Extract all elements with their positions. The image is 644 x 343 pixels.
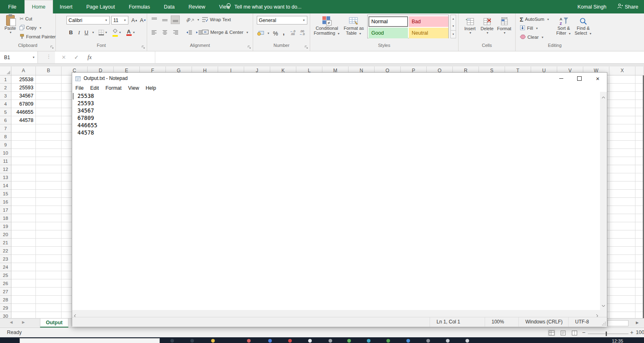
row-header-21[interactable]: 21 bbox=[0, 239, 11, 247]
ribbon-tab-data[interactable]: Data bbox=[157, 0, 181, 13]
column-header-B[interactable]: B bbox=[36, 66, 62, 75]
insert-function-button[interactable]: fx bbox=[88, 54, 92, 61]
align-right-button[interactable] bbox=[171, 28, 180, 37]
row-header-12[interactable]: 12 bbox=[0, 165, 11, 173]
formula-bar-splitter[interactable]: ⋮ bbox=[46, 53, 51, 60]
row-header-2[interactable]: 2 bbox=[0, 84, 11, 92]
ribbon-tab-formulas[interactable]: Formulas bbox=[122, 0, 157, 13]
fill-color-dropdown-arrow[interactable]: ▼ bbox=[119, 31, 121, 34]
row-header-9[interactable]: 9 bbox=[0, 141, 11, 149]
row-header-23[interactable]: 23 bbox=[0, 255, 11, 263]
notepad-horizontal-scrollbar[interactable] bbox=[72, 310, 600, 317]
taskbar-app-icon[interactable] bbox=[190, 339, 194, 343]
increase-font-size-button[interactable]: A▲ bbox=[130, 16, 139, 24]
orientation-button[interactable]: ab bbox=[185, 15, 195, 24]
cell-A3[interactable]: 34567 bbox=[11, 92, 35, 100]
row-header-7[interactable]: 7 bbox=[0, 124, 11, 133]
orientation-dropdown-arrow[interactable]: ▼ bbox=[197, 18, 200, 21]
insert-dropdown-arrow[interactable]: ▼ bbox=[463, 31, 478, 34]
cell-A2[interactable]: 25593 bbox=[11, 84, 35, 92]
row-header-17[interactable]: 17 bbox=[0, 206, 11, 214]
row-header-1[interactable]: 1 bbox=[0, 75, 11, 84]
top-align-button[interactable] bbox=[150, 15, 159, 24]
zoom-slider-thumb[interactable] bbox=[606, 332, 607, 336]
clear-dropdown-arrow[interactable]: ▼ bbox=[541, 36, 544, 39]
tell-me-box[interactable]: Tell me what you want to do... bbox=[226, 0, 302, 13]
notepad-menu-format[interactable]: Format bbox=[102, 85, 125, 91]
user-name[interactable]: Komal Singh bbox=[578, 4, 607, 10]
gallery-down-arrow[interactable]: ▼ bbox=[451, 22, 456, 30]
copy-button[interactable]: Copy ▼ bbox=[20, 24, 42, 31]
row-header-26[interactable]: 26 bbox=[0, 279, 11, 288]
notepad-menu-view[interactable]: View bbox=[125, 85, 142, 91]
row-header-25[interactable]: 25 bbox=[0, 271, 11, 279]
row-header-27[interactable]: 27 bbox=[0, 288, 11, 296]
taskbar-app-icon[interactable] bbox=[386, 339, 390, 343]
name-box[interactable]: B1 ▼ bbox=[0, 51, 38, 63]
scroll-up-icon[interactable] bbox=[602, 93, 605, 100]
minimize-button[interactable] bbox=[552, 73, 570, 84]
row-header-8[interactable]: 8 bbox=[0, 133, 11, 141]
row-header-29[interactable]: 29 bbox=[0, 304, 11, 312]
row-header-20[interactable]: 20 bbox=[0, 230, 11, 239]
autosum-dropdown-arrow[interactable]: ▼ bbox=[547, 18, 549, 21]
row-header-14[interactable]: 14 bbox=[0, 181, 11, 190]
name-box-dropdown-arrow[interactable]: ▼ bbox=[32, 56, 35, 59]
font-color-dropdown-arrow[interactable]: ▼ bbox=[132, 31, 135, 34]
style-neutral[interactable]: Neutral bbox=[409, 28, 448, 38]
increase-decimal-button[interactable]: ←.0.00 bbox=[290, 30, 296, 35]
row-header-3[interactable]: 3 bbox=[0, 92, 11, 100]
row-header-13[interactable]: 13 bbox=[0, 173, 11, 181]
row-header-24[interactable]: 24 bbox=[0, 263, 11, 271]
style-normal[interactable]: Normal bbox=[368, 16, 408, 27]
ribbon-tab-page-layout[interactable]: Page Layout bbox=[79, 0, 122, 13]
row-header-11[interactable]: 11 bbox=[0, 157, 11, 165]
notepad-title-bar[interactable]: Output.txt - Notepad × bbox=[72, 73, 607, 84]
taskbar-app-icon[interactable] bbox=[465, 339, 469, 343]
accounting-format-button[interactable] bbox=[256, 29, 265, 38]
wrap-text-button[interactable]: Wrap Text bbox=[202, 16, 231, 23]
row-header-18[interactable]: 18 bbox=[0, 214, 11, 222]
conditional-formatting-button[interactable]: ≠ Conditional Formatting ▼ bbox=[313, 15, 340, 35]
notepad-menu-file[interactable]: File bbox=[72, 85, 87, 91]
row-header-16[interactable]: 16 bbox=[0, 198, 11, 206]
scroll-down-icon[interactable] bbox=[602, 301, 605, 309]
zoom-in-icon[interactable]: + bbox=[630, 329, 633, 336]
ribbon-tab-file[interactable]: File bbox=[0, 0, 24, 13]
sheet-nav-prev-icon[interactable]: ◀ bbox=[10, 320, 13, 324]
page-break-view-icon[interactable] bbox=[571, 330, 578, 336]
number-format-select[interactable]: General▼ bbox=[257, 16, 307, 24]
ribbon-tab-insert[interactable]: Insert bbox=[53, 0, 79, 13]
fill-color-button[interactable] bbox=[110, 28, 119, 37]
style-bad[interactable]: Bad bbox=[409, 16, 448, 27]
percent-style-button[interactable]: % bbox=[271, 29, 280, 38]
row-header-15[interactable]: 15 bbox=[0, 190, 11, 198]
zoom-out-icon[interactable]: − bbox=[582, 329, 585, 336]
taskbar-app-icon[interactable] bbox=[308, 339, 312, 343]
normal-view-icon[interactable] bbox=[548, 330, 555, 336]
middle-align-button[interactable] bbox=[160, 15, 169, 24]
decrease-font-size-button[interactable]: A▼ bbox=[139, 16, 148, 24]
cell-A4[interactable]: 67809 bbox=[11, 100, 35, 108]
row-header-5[interactable]: 5 bbox=[0, 108, 11, 116]
taskbar-app-icon[interactable] bbox=[247, 339, 251, 343]
delete-dropdown-arrow[interactable]: ▼ bbox=[480, 31, 495, 34]
borders-dropdown-arrow[interactable]: ▼ bbox=[105, 31, 108, 34]
ribbon-tab-review[interactable]: Review bbox=[181, 0, 212, 13]
taskbar-app-icon[interactable] bbox=[211, 339, 215, 343]
font-dialog-launcher[interactable] bbox=[141, 43, 146, 47]
notepad-menu-help[interactable]: Help bbox=[142, 85, 159, 91]
merge-dropdown-arrow[interactable]: ▼ bbox=[246, 31, 249, 34]
taskbar-app-icon[interactable] bbox=[406, 339, 410, 343]
horizontal-scrollbar-thumb[interactable] bbox=[607, 320, 629, 326]
merge-center-button[interactable]: Merge & Center ▼ bbox=[202, 29, 249, 36]
font-color-button[interactable]: A bbox=[124, 28, 133, 37]
close-button[interactable]: × bbox=[589, 73, 607, 84]
taskbar-app-icon[interactable] bbox=[347, 339, 351, 343]
format-cells-button[interactable]: Format ▼ bbox=[496, 15, 512, 34]
ribbon-tab-home[interactable]: Home bbox=[24, 0, 53, 13]
underline-dropdown-arrow[interactable]: ▼ bbox=[92, 31, 95, 34]
cut-button[interactable]: ✂ Cut bbox=[20, 15, 32, 22]
style-good[interactable]: Good bbox=[368, 28, 408, 38]
row-header-10[interactable]: 10 bbox=[0, 149, 11, 157]
